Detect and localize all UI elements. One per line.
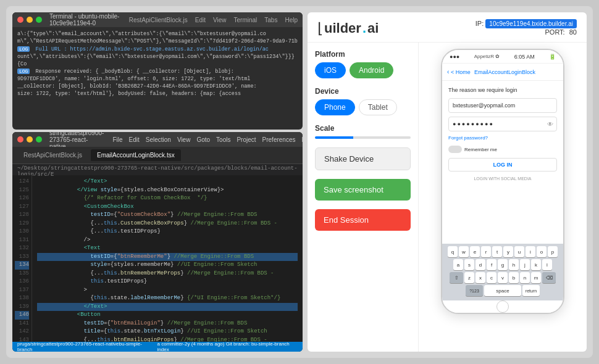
- key-q[interactable]: q: [448, 246, 458, 257]
- phone-password-input[interactable]: ●●●●●●●●●: [448, 117, 557, 131]
- key-i[interactable]: i: [526, 246, 535, 257]
- editor-menu-file[interactable]: File: [112, 136, 122, 143]
- terminal-line-2: m\",\"RestAPIRequestMethodMessage\":\"PO…: [17, 38, 298, 46]
- phone-keyboard: q w e r t y u i o p a: [442, 244, 563, 300]
- menu-help[interactable]: Help: [285, 17, 298, 23]
- eye-icon[interactable]: 👁: [547, 121, 553, 128]
- git-branch: pruga/stringcattestpro900-273765-react-n…: [17, 341, 153, 352]
- key-o[interactable]: o: [537, 246, 547, 257]
- save-screenshot-button[interactable]: Save screenshot: [315, 179, 411, 201]
- code-line-137: this.testIDProps}: [37, 278, 298, 286]
- key-y[interactable]: y: [503, 246, 513, 257]
- editor-menu-view[interactable]: View: [177, 136, 191, 143]
- shake-device-button[interactable]: Shake Device: [315, 147, 411, 170]
- scale-label: Scale: [315, 124, 411, 133]
- editor-menu-selection[interactable]: Selection: [146, 136, 171, 143]
- terminal-content: a\:{"type\":\"email_account\",\"attribut…: [12, 27, 303, 130]
- key-w[interactable]: w: [459, 246, 469, 257]
- menu-view[interactable]: View: [213, 17, 227, 23]
- builder-logo: ⌊ uilder . ai: [317, 20, 379, 37]
- phone-login-hint: The reason we require login: [448, 87, 557, 93]
- editor-statusbar: pruga/stringcattestpro900-273765-react-n…: [12, 342, 303, 352]
- key-t[interactable]: t: [492, 246, 502, 257]
- ip-row: IP: 10c9e9e119e4.bxide.builder.ai: [475, 20, 577, 27]
- maximize-dot[interactable]: [36, 17, 42, 23]
- key-e[interactable]: e: [470, 246, 480, 257]
- editor-path: ~/Desktop/stringcattestpro900-273765-rea…: [12, 164, 303, 175]
- password-value: ●●●●●●●●●: [453, 121, 494, 127]
- key-z[interactable]: z: [464, 272, 474, 283]
- code-area[interactable]: </Text> </View style={styles.checkBoxCon…: [32, 175, 303, 342]
- keyboard-row-4: ?123 space return: [443, 285, 562, 296]
- terminal-line-3: LOG Full URL : https://admin.bxide-svc.s…: [17, 46, 298, 54]
- phone-back-btn[interactable]: ‹ < Home: [447, 68, 471, 75]
- editor-tab-1[interactable]: RestApiClientBlock.js: [17, 149, 88, 161]
- editor-menu-tools[interactable]: Tools: [216, 136, 230, 143]
- key-c[interactable]: c: [487, 272, 496, 283]
- phone-login-button[interactable]: LOG IN: [448, 158, 557, 172]
- phone-battery: 🔋: [549, 54, 556, 60]
- phone-home-bar: [442, 300, 563, 313]
- editor-menu-project[interactable]: Project: [237, 136, 256, 143]
- key-space[interactable]: space: [484, 285, 521, 296]
- logo-bracket: ⌊: [317, 20, 323, 37]
- key-s[interactable]: s: [464, 259, 474, 270]
- end-session-button[interactable]: End Session: [315, 209, 411, 231]
- builder-panel: ⌊ uilder . ai IP: 10c9e9e119e4.bxide.bui…: [308, 12, 587, 352]
- device-tablet-button[interactable]: Tablet: [359, 99, 397, 115]
- remember-toggle[interactable]: [448, 146, 462, 153]
- key-v[interactable]: v: [498, 272, 508, 283]
- phone-content: The reason we require login bxtestuser@y…: [442, 81, 563, 244]
- key-g[interactable]: g: [498, 259, 508, 270]
- menu-tabs[interactable]: Tabs: [264, 17, 277, 23]
- phone-email-input[interactable]: bxtestuser@yopmail.com: [448, 98, 557, 113]
- editor-minimize-dot[interactable]: [27, 136, 33, 143]
- terminal-titlebar: Terminal - ubuntu-mobile-10c9e9e119e4-0 …: [12, 12, 303, 27]
- log-tag: LOG: [17, 46, 30, 52]
- key-f[interactable]: f: [487, 259, 496, 270]
- key-j[interactable]: j: [520, 259, 530, 270]
- editor-close-dot[interactable]: [17, 136, 23, 143]
- editor-menu-preferences[interactable]: Preferences: [262, 136, 296, 143]
- platform-android-button[interactable]: Android: [350, 62, 393, 78]
- key-numbers[interactable]: ?123: [466, 285, 483, 296]
- key-backspace[interactable]: ⌫: [542, 272, 556, 283]
- key-h[interactable]: h: [509, 259, 519, 270]
- editor-tab-2[interactable]: EmailAccountLoginBlock.tsx: [91, 149, 181, 161]
- editor-menu: File Edit Selection View Goto Tools Proj…: [112, 136, 303, 143]
- key-m[interactable]: m: [531, 272, 541, 283]
- key-l[interactable]: l: [542, 259, 552, 270]
- phone-time: 6:05 AM: [514, 54, 535, 60]
- forgot-password-link[interactable]: Forgot password?: [448, 135, 557, 141]
- key-return[interactable]: return: [522, 285, 540, 296]
- terminal-title: Terminal - ubuntu-mobile-10c9e9e119e4-0: [49, 13, 120, 27]
- home-button[interactable]: [496, 300, 509, 313]
- platform-ios-button[interactable]: iOS: [315, 62, 346, 78]
- menu-terminal[interactable]: Terminal: [234, 17, 258, 23]
- key-u[interactable]: u: [514, 246, 524, 257]
- key-b[interactable]: b: [509, 272, 519, 283]
- editor-menu-goto[interactable]: Goto: [196, 136, 210, 143]
- key-d[interactable]: d: [475, 259, 485, 270]
- scale-slider[interactable]: [315, 136, 411, 139]
- editor-maximize-dot[interactable]: [36, 136, 42, 143]
- terminal-window: Terminal - ubuntu-mobile-10c9e9e119e4-0 …: [12, 12, 303, 130]
- minimize-dot[interactable]: [27, 17, 33, 23]
- key-x[interactable]: x: [475, 272, 485, 283]
- key-n[interactable]: n: [520, 272, 530, 283]
- close-dot[interactable]: [17, 17, 23, 23]
- menu-edit[interactable]: Edit: [195, 17, 206, 23]
- platform-btn-group: iOS Android: [315, 62, 411, 78]
- device-phone-button[interactable]: Phone: [315, 99, 355, 115]
- editor-menu-edit[interactable]: Edit: [129, 136, 140, 143]
- logo-text: uilder: [324, 20, 361, 36]
- key-shift[interactable]: ⇧: [450, 272, 463, 283]
- menu-file[interactable]: RestApiClientBlock.js: [129, 17, 188, 23]
- builder-body: Platform iOS Android Device Phone Tablet…: [308, 43, 587, 352]
- editor-menu-help[interactable]: Help: [301, 136, 303, 143]
- key-k[interactable]: k: [531, 259, 541, 270]
- key-p[interactable]: p: [548, 246, 558, 257]
- phone-nav-bar: ‹ < Home EmailAccountLoginBlock: [442, 64, 563, 81]
- key-r[interactable]: r: [481, 246, 491, 257]
- key-a[interactable]: a: [453, 259, 463, 270]
